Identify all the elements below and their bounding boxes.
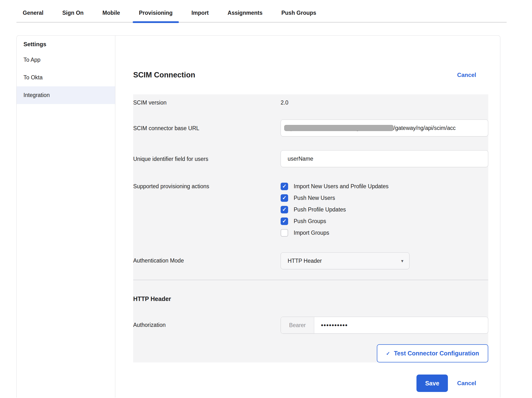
redaction-bar bbox=[284, 125, 394, 131]
unique-identifier-value: userName bbox=[288, 156, 313, 162]
checkbox-push-groups[interactable]: ✓ Push Groups bbox=[281, 215, 488, 227]
checkbox-push-new-users[interactable]: ✓ Push New Users bbox=[281, 192, 488, 204]
section-divider bbox=[133, 280, 488, 280]
base-url-label: SCIM connector base URL bbox=[133, 120, 281, 132]
tab-general[interactable]: General bbox=[16, 7, 50, 22]
app-tabbar: General Sign On Mobile Provisioning Impo… bbox=[16, 7, 507, 23]
tab-assignments[interactable]: Assignments bbox=[221, 7, 269, 22]
form-footer: Save Cancel bbox=[133, 375, 476, 392]
tab-sign-on[interactable]: Sign On bbox=[56, 7, 90, 22]
checkbox-box: ✓ bbox=[281, 229, 288, 237]
scim-settings-form: SCIM version 2.0 SCIM connector base URL… bbox=[133, 94, 488, 362]
checkbox-label: Push Profile Updates bbox=[294, 206, 346, 213]
scim-version-value: 2.0 bbox=[281, 99, 488, 106]
tab-push-groups[interactable]: Push Groups bbox=[275, 7, 322, 22]
visible-url-text: /gateway/ng/api/scim/acc bbox=[394, 125, 456, 131]
scim-version-label: SCIM version bbox=[133, 99, 281, 106]
chevron-down-icon: ▾ bbox=[401, 258, 403, 264]
test-connector-row: ✓ Test Connector Configuration bbox=[133, 344, 488, 362]
sidebar-item-to-okta[interactable]: To Okta bbox=[17, 69, 115, 86]
authorization-token-input[interactable]: •••••••••• bbox=[314, 317, 348, 333]
sidebar-item-to-app[interactable]: To App bbox=[17, 51, 115, 69]
checkbox-box: ✓ bbox=[281, 194, 288, 202]
authentication-mode-value: HTTP Header bbox=[288, 258, 322, 264]
authorization-row: Authorization Bearer •••••••••• bbox=[133, 317, 488, 334]
authentication-mode-select[interactable]: HTTP Header ▾ bbox=[281, 252, 409, 269]
checkbox-import-groups[interactable]: ✓ Import Groups bbox=[281, 227, 488, 239]
checkbox-label: Import Groups bbox=[294, 230, 329, 236]
http-header-section-title: HTTP Header bbox=[133, 295, 488, 302]
check-icon: ✓ bbox=[282, 207, 286, 212]
header-cancel-link[interactable]: Cancel bbox=[457, 72, 476, 78]
sidebar-title: Settings bbox=[17, 41, 115, 48]
check-icon: ✓ bbox=[282, 218, 286, 224]
checkbox-box: ✓ bbox=[281, 183, 288, 190]
checkbox-push-profile-updates[interactable]: ✓ Push Profile Updates bbox=[281, 204, 488, 215]
checkbox-label: Push New Users bbox=[294, 195, 335, 201]
check-icon: ✓ bbox=[282, 195, 286, 201]
base-url-row: SCIM connector base URL https://h5kd-135… bbox=[133, 120, 488, 136]
authorization-input-group: Bearer •••••••••• bbox=[281, 317, 488, 334]
redacted-url-segment: https://h5kd-135-19-67-142.ngrok.io bbox=[284, 124, 394, 132]
authentication-mode-label: Authentication Mode bbox=[133, 252, 281, 264]
authentication-mode-row: Authentication Mode HTTP Header ▾ bbox=[133, 252, 488, 269]
checkbox-box: ✓ bbox=[281, 206, 288, 213]
unique-identifier-row: Unique identifier field for users userNa… bbox=[133, 150, 488, 167]
content-panel: Settings To App To Okta Integration SCIM… bbox=[16, 35, 500, 398]
checkbox-label: Push Groups bbox=[294, 218, 326, 225]
checkbox-label: Import New Users and Profile Updates bbox=[294, 183, 388, 190]
provisioning-actions-row: Supported provisioning actions ✓ Import … bbox=[133, 180, 488, 239]
scim-version-row: SCIM version 2.0 bbox=[133, 99, 488, 106]
sidebar-item-integration[interactable]: Integration bbox=[17, 86, 115, 104]
main-content: SCIM Connection Cancel SCIM version 2.0 … bbox=[115, 36, 500, 398]
save-button[interactable]: Save bbox=[416, 375, 448, 392]
base-url-input[interactable]: https://h5kd-135-19-67-142.ngrok.io /gat… bbox=[281, 120, 488, 136]
check-icon: ✓ bbox=[386, 351, 390, 356]
authorization-label: Authorization bbox=[133, 317, 281, 328]
unique-identifier-input[interactable]: userName bbox=[281, 150, 488, 167]
check-icon: ✓ bbox=[282, 184, 286, 189]
unique-identifier-label: Unique identifier field for users bbox=[133, 150, 281, 162]
test-connector-button[interactable]: ✓ Test Connector Configuration bbox=[377, 344, 488, 362]
footer-cancel-link[interactable]: Cancel bbox=[457, 380, 476, 387]
provisioning-actions-label: Supported provisioning actions bbox=[133, 180, 281, 190]
tab-mobile[interactable]: Mobile bbox=[96, 7, 126, 22]
checkbox-box: ✓ bbox=[281, 218, 288, 225]
settings-sidebar: Settings To App To Okta Integration bbox=[17, 36, 115, 398]
test-connector-label: Test Connector Configuration bbox=[394, 350, 479, 357]
bearer-prefix: Bearer bbox=[281, 317, 314, 333]
checkbox-import-new-users[interactable]: ✓ Import New Users and Profile Updates bbox=[281, 180, 488, 192]
tab-provisioning[interactable]: Provisioning bbox=[133, 7, 179, 22]
scim-connection-header: SCIM Connection Cancel bbox=[133, 70, 476, 80]
tab-import[interactable]: Import bbox=[185, 7, 215, 22]
page-title: SCIM Connection bbox=[133, 70, 195, 80]
